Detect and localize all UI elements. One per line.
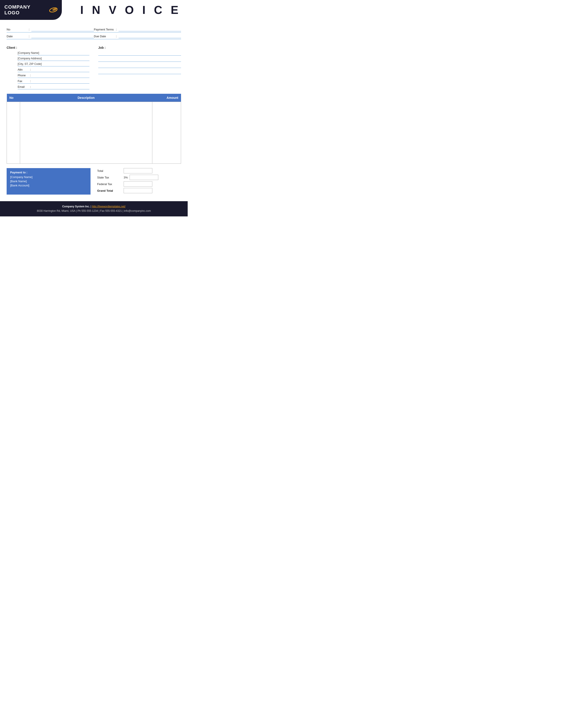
footer-address: 8030 Harrington Rd, Miami, USA | Ph 555-… <box>4 209 183 213</box>
logo-label: COMPANY LOGO <box>4 4 47 16</box>
client-title: Client : <box>7 46 17 49</box>
date-value[interactable] <box>31 34 94 38</box>
client-company-name: [Company Name] <box>18 51 89 55</box>
job-label: Job : <box>98 46 181 49</box>
page-header: COMPANY LOGO I N V O I C E <box>0 0 188 20</box>
no-colon: : <box>29 28 30 31</box>
date-label: Date <box>7 35 29 38</box>
payment-terms-value[interactable] <box>118 27 181 31</box>
no-label: No <box>7 28 29 31</box>
email-label: Email <box>18 85 29 88</box>
invoice-table: No Description Amount <box>7 94 181 164</box>
state-tax-row: State Tax 3% <box>97 175 181 180</box>
fax-colon: : <box>30 79 31 83</box>
fax-label: Fax <box>18 80 29 83</box>
federal-tax-label: Federal Tax <box>97 182 124 186</box>
client-job-section: Client : [Company Name] [Company Address… <box>0 44 188 94</box>
total-row: Total <box>97 168 181 173</box>
logo-swoosh-icon <box>49 8 57 12</box>
invoice-title-section: I N V O I C E <box>62 0 188 20</box>
job-line-4[interactable] <box>98 69 181 74</box>
logo-section: COMPANY LOGO <box>0 0 62 20</box>
payment-account[interactable]: [Bank Account] <box>10 184 87 187</box>
federal-tax-row: Federal Tax <box>97 181 181 187</box>
payment-title: Payment to : <box>10 171 87 174</box>
job-line-1[interactable] <box>98 51 181 56</box>
state-tax-value[interactable] <box>130 175 158 180</box>
payment-terms-colon: : <box>116 28 117 31</box>
row-no-cell[interactable] <box>7 102 20 164</box>
email-colon: : <box>30 85 31 88</box>
payment-box: Payment to : [Company Name] [Bank Name] … <box>7 168 90 195</box>
client-phone: Phone : <box>18 73 89 78</box>
job-line-3[interactable] <box>98 63 181 68</box>
row-desc-cell[interactable] <box>20 102 152 164</box>
footer-line-1: Company System Inc. | http://freewordtem… <box>4 204 183 209</box>
federal-tax-value[interactable] <box>124 181 152 187</box>
due-date-colon: : <box>116 35 117 38</box>
client-address-value[interactable]: [Company Address] <box>18 57 89 60</box>
footer-company: Company System Inc. <box>62 205 90 208</box>
meta-date: Date : <box>7 34 94 38</box>
invoice-table-section: No Description Amount <box>0 94 188 164</box>
due-date-value[interactable] <box>118 34 181 38</box>
job-title: Job : <box>98 46 105 49</box>
total-value[interactable] <box>124 168 152 173</box>
client-fields: [Company Name] [Company Address] [City, … <box>7 51 89 89</box>
phone-label: Phone <box>18 74 29 77</box>
client-attn: Attn : <box>18 67 89 72</box>
client-city-value[interactable]: [City, ST, ZIP Code] <box>18 62 89 66</box>
col-amount-header: Amount <box>152 94 181 102</box>
meta-no: No : <box>7 27 94 31</box>
grand-total-row: Grand Total <box>97 188 181 193</box>
state-tax-label: State Tax <box>97 176 124 179</box>
col-description-header: Description <box>20 94 152 102</box>
state-tax-percent: 3% <box>124 176 128 179</box>
table-row <box>7 102 181 164</box>
client-fax: Fax : <box>18 79 89 84</box>
attn-label: Attn <box>18 68 29 71</box>
no-value[interactable] <box>31 27 94 31</box>
meta-row-2: Date : Due Date : <box>7 33 181 39</box>
meta-section: No : Payment Terms : Date : Due Date : <box>0 26 188 39</box>
payment-bank[interactable]: [Bank Name] <box>10 180 87 183</box>
client-label: Client : <box>7 46 89 49</box>
grand-total-label: Grand Total <box>97 189 124 192</box>
invoice-title: I N V O I C E <box>80 3 181 17</box>
job-column: Job : <box>98 46 181 89</box>
due-date-label: Due Date <box>94 35 116 38</box>
col-no-header: No <box>7 94 20 102</box>
bottom-section: Payment to : [Company Name] [Bank Name] … <box>0 168 188 195</box>
phone-colon: : <box>30 74 31 77</box>
payment-terms-label: Payment Terms <box>94 28 116 31</box>
page-footer: Company System Inc. | http://freewordtem… <box>0 201 188 216</box>
logo-text: COMPANY LOGO <box>4 4 57 16</box>
meta-payment-terms: Payment Terms : <box>94 27 181 31</box>
attn-colon: : <box>30 68 31 71</box>
total-label: Total <box>97 169 124 173</box>
client-city: [City, ST, ZIP Code] <box>18 62 89 66</box>
meta-due-date: Due Date : <box>94 34 181 38</box>
totals-area: Total State Tax 3% Federal Tax Grand Tot… <box>90 168 181 195</box>
payment-company[interactable]: [Company Name] <box>10 175 87 179</box>
client-column: Client : [Company Name] [Company Address… <box>7 46 89 89</box>
table-header-row: No Description Amount <box>7 94 181 102</box>
row-amount-cell[interactable] <box>152 102 181 164</box>
client-address: [Company Address] <box>18 56 89 61</box>
meta-row-1: No : Payment Terms : <box>7 26 181 32</box>
grand-total-value[interactable] <box>124 188 152 193</box>
footer-link[interactable]: http://freewordtemplates.net/ <box>92 205 125 208</box>
date-colon: : <box>29 35 30 38</box>
job-line-2[interactable] <box>98 57 181 62</box>
client-company-name-value[interactable]: [Company Name] <box>18 51 89 54</box>
job-lines <box>98 51 181 74</box>
client-email: Email : <box>18 84 89 89</box>
